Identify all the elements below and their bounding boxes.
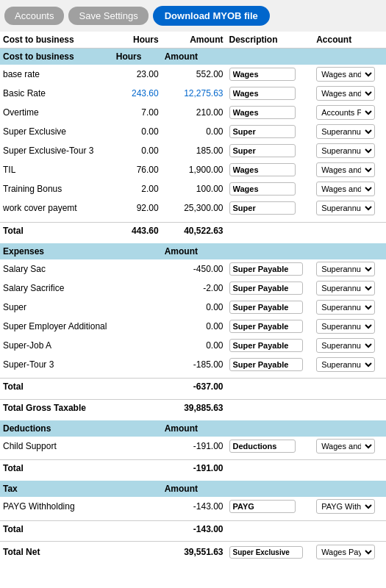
row-amount: -2.00 xyxy=(162,279,226,298)
total-amount: -191.00 xyxy=(162,460,226,477)
total-net-account-cell: Wages Paye ▼ xyxy=(313,542,386,563)
total-label: Total xyxy=(0,520,113,537)
table-row: Child Support -191.00 Wages and ▼ xyxy=(0,437,386,456)
row-desc-cell xyxy=(226,298,314,317)
table-row: Super-Job A 0.00 Superannua ▼ xyxy=(0,336,386,355)
row-desc-cell xyxy=(226,336,314,355)
row-desc-cell xyxy=(226,437,314,456)
cost-desc-header xyxy=(226,49,314,65)
row-amount: 0.00 xyxy=(162,122,226,141)
row-account-cell: Superannua ▼ xyxy=(313,298,386,317)
account-select[interactable]: Superannua ▼ xyxy=(316,319,375,334)
total-amount: -637.00 xyxy=(162,379,226,395)
desc-input[interactable] xyxy=(229,301,303,314)
desc-input[interactable] xyxy=(229,106,296,119)
table-row: TIL 76.00 1,900.00 Wages and ▼ xyxy=(0,160,386,179)
table-row: Salary Sacrifice -2.00 Superannua ▼ xyxy=(0,279,386,298)
table-row: base rate 23.00 552.00 Wages and ▼ xyxy=(0,65,386,84)
desc-input[interactable] xyxy=(229,358,303,371)
account-select[interactable]: PAYG Withh ▼ xyxy=(316,499,375,514)
gross-taxable-amount: 39,885.63 xyxy=(162,399,226,416)
row-desc-cell xyxy=(226,259,314,279)
table-row: Super 0.00 Superannua ▼ xyxy=(0,298,386,317)
row-amount: 0.00 xyxy=(162,298,226,317)
row-account-cell: Superannua ▼ xyxy=(313,122,386,141)
desc-input[interactable] xyxy=(229,262,303,276)
account-select[interactable]: Wages Paye ▼ xyxy=(316,545,375,559)
download-myob-button[interactable]: Download MYOB file xyxy=(153,6,270,26)
account-select[interactable]: Superannua ▼ xyxy=(316,338,375,353)
total-net-desc-cell xyxy=(226,542,314,563)
expenses-section-label: Expenses xyxy=(0,243,113,259)
cost-account-header xyxy=(313,49,386,65)
save-settings-button[interactable]: Save Settings xyxy=(68,7,148,25)
table-row: Basic Rate 243.60 12,275.63 Wages and ▼ xyxy=(0,84,386,103)
row-amount: 1,900.00 xyxy=(162,160,226,179)
table-row: Super Exclusive 0.00 0.00 Superannua ▼ xyxy=(0,122,386,141)
account-select[interactable]: Superannua ▼ xyxy=(316,143,375,158)
row-name: Salary Sac xyxy=(0,259,113,279)
col-header-description: Description xyxy=(226,32,314,49)
row-name: Super Employer Additional xyxy=(0,317,113,336)
row-desc-cell xyxy=(226,198,314,218)
table-row: Super Exclusive-Tour 3 0.00 185.00 Super… xyxy=(0,141,386,160)
account-select[interactable]: Wages and ▼ xyxy=(316,67,375,82)
row-name: Super-Tour 3 xyxy=(0,355,113,374)
desc-input[interactable] xyxy=(229,125,296,138)
tax-amount-label: Amount xyxy=(162,481,226,497)
account-select[interactable]: Wages and ▼ xyxy=(316,182,375,196)
gross-taxable-row: Total Gross Taxable 39,885.63 xyxy=(0,399,386,416)
total-net-amount: 39,551.63 xyxy=(162,542,226,563)
table-row: Super Employer Additional 0.00 Superannu… xyxy=(0,317,386,336)
account-select[interactable]: Wages and ▼ xyxy=(316,439,375,453)
account-select[interactable]: Superannua ▼ xyxy=(316,262,375,276)
account-select[interactable]: Superannua ▼ xyxy=(316,281,375,295)
cost-amount-label: Amount xyxy=(162,49,226,65)
col-header-cost: Cost to business xyxy=(0,32,113,49)
table-row: Salary Sac -450.00 Superannua ▼ xyxy=(0,259,386,279)
account-select[interactable]: Superannua ▼ xyxy=(316,300,375,315)
top-bar: Accounts Save Settings Download MYOB fil… xyxy=(0,0,386,32)
row-amount: 100.00 xyxy=(162,179,226,198)
desc-input[interactable] xyxy=(229,282,303,295)
row-desc-cell xyxy=(226,497,314,516)
deductions-section-header: Deductions Amount xyxy=(0,420,386,437)
account-select[interactable]: Accounts Pa ▼ xyxy=(316,105,375,120)
row-amount: 210.00 xyxy=(162,103,226,122)
desc-input[interactable] xyxy=(229,546,303,559)
total-label: Total xyxy=(0,379,113,395)
desc-input[interactable] xyxy=(229,163,296,176)
account-select[interactable]: Superannua ▼ xyxy=(316,201,375,215)
row-amount: -185.00 xyxy=(162,355,226,374)
desc-input[interactable] xyxy=(229,182,296,196)
row-account-cell: Superannua ▼ xyxy=(313,279,386,298)
desc-input[interactable] xyxy=(229,68,296,81)
desc-input[interactable] xyxy=(229,440,296,453)
account-select[interactable]: Wages and ▼ xyxy=(316,162,375,177)
row-name: Super Exclusive-Tour 3 xyxy=(0,141,113,160)
table-row: work cover payemt 92.00 25,300.00 Supera… xyxy=(0,198,386,218)
desc-input[interactable] xyxy=(229,500,296,513)
row-name: Child Support xyxy=(0,437,113,456)
row-account-cell: Wages and ▼ xyxy=(313,84,386,103)
desc-input[interactable] xyxy=(229,320,303,333)
row-account-cell: Wages and ▼ xyxy=(313,437,386,456)
account-select[interactable]: Wages and ▼ xyxy=(316,86,375,101)
expenses-total-row: Total -637.00 xyxy=(0,379,386,395)
account-select[interactable]: Superannua ▼ xyxy=(316,124,375,139)
total-net-row: Total Net 39,551.63 Wages Paye ▼ xyxy=(0,542,386,563)
gross-taxable-label: Total Gross Taxable xyxy=(0,399,113,416)
desc-input[interactable] xyxy=(229,339,303,352)
row-account-cell: Superannua ▼ xyxy=(313,336,386,355)
desc-input[interactable] xyxy=(229,201,296,215)
total-net-label: Total Net xyxy=(0,542,113,563)
accounts-button[interactable]: Accounts xyxy=(4,7,64,25)
row-name: Super-Job A xyxy=(0,336,113,355)
desc-input[interactable] xyxy=(229,144,296,157)
total-amount: 40,522.63 xyxy=(162,222,226,239)
row-desc-cell xyxy=(226,122,314,141)
account-select[interactable]: Superannua ▼ xyxy=(316,357,375,372)
desc-input[interactable] xyxy=(229,87,296,100)
row-desc-cell xyxy=(226,103,314,122)
row-amount: -450.00 xyxy=(162,259,226,279)
